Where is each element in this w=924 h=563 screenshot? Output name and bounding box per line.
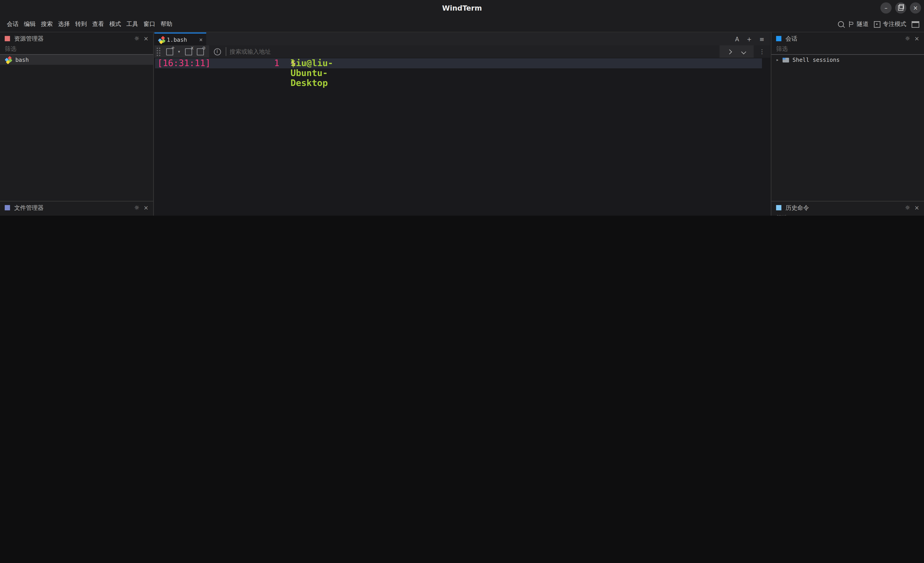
editor-area: 1.bash × A + ≡ + ▾ x o i ⋮ xyxy=(154,33,770,216)
tab-label: 1.bash xyxy=(167,36,187,43)
terminal-main[interactable]: [16:31:11] 1 liu@liu-Ubuntu-Desktop:~$ S… xyxy=(154,58,770,216)
info-icon[interactable]: i xyxy=(214,48,220,55)
menu-item[interactable]: 工具 xyxy=(124,16,141,32)
close-icon[interactable]: × xyxy=(914,205,919,211)
close-icon[interactable]: × xyxy=(914,36,919,42)
close-button[interactable]: × xyxy=(910,2,921,13)
sessions-header: 会话 ☼ × xyxy=(771,33,924,45)
close-icon[interactable]: × xyxy=(144,205,148,211)
new-tab-icon[interactable]: + xyxy=(747,36,752,42)
windterm-window: WindTerm – × 会话编辑搜索选择转到查看模式工具窗口帮助 隧道 专注模… xyxy=(0,0,924,216)
menu-item[interactable]: 帮助 xyxy=(158,16,175,32)
path-row: x ↑ ▾ ↻ ⋮ xyxy=(0,214,153,216)
focus-mode-icon xyxy=(874,21,880,27)
history-title: 历史命令 xyxy=(786,204,901,212)
address-input[interactable] xyxy=(225,47,719,56)
tab-1-bash[interactable]: 1.bash × xyxy=(154,33,206,45)
sessions-filter-input[interactable] xyxy=(771,45,924,55)
file-manager-title: 文件管理器 xyxy=(14,204,130,212)
menu-item[interactable]: 窗口 xyxy=(141,16,158,32)
history-panel-icon xyxy=(776,205,782,210)
menu-item[interactable]: 搜索 xyxy=(38,16,56,32)
window-controls: – × xyxy=(880,2,921,13)
layout-icon[interactable] xyxy=(912,21,919,27)
gear-icon[interactable]: ☼ xyxy=(905,36,910,42)
focus-mode-label: 专注模式 xyxy=(883,20,906,28)
resource-explorer-panel: 资源管理器 ☼ × bash xyxy=(0,33,153,202)
terminal-timestamp: [16:31:11] xyxy=(157,58,210,68)
file-manager-panel: 文件管理器 ☼ × x ↑ ▾ ↻ ⋮ 名称 ▾ 修改时间 xyxy=(0,201,153,216)
menu-item[interactable]: 选择 xyxy=(56,16,73,32)
chevron-down-icon[interactable]: ▾ xyxy=(178,49,180,54)
tunnel-label: 隧道 xyxy=(857,20,868,28)
session-label: bash xyxy=(15,57,29,63)
terminal-current-line: [16:31:11] 1 liu@liu-Ubuntu-Desktop:~$ xyxy=(155,58,762,68)
expand-icon[interactable]: ▸ xyxy=(776,57,779,63)
go-icon[interactable] xyxy=(727,49,732,54)
sessions-title: 会话 xyxy=(786,34,901,43)
gear-icon[interactable]: ☼ xyxy=(134,205,140,211)
history-panel: 历史命令 ☼ × ⋮ ... xyxy=(771,201,924,216)
split-tools: + ▾ x o xyxy=(154,45,209,58)
focus-mode-button[interactable]: 专注模式 xyxy=(874,20,906,28)
editor-tab-bar: 1.bash × A + ≡ xyxy=(154,33,770,45)
history-header: 历史命令 ☼ × xyxy=(771,201,924,214)
minimize-icon: – xyxy=(885,5,888,11)
sessions-panel: 会话 ☼ × ▸ Shell sessions xyxy=(771,33,924,202)
menu-item[interactable]: 编辑 xyxy=(21,16,38,32)
toolbar-menu-icon[interactable]: ⋮ xyxy=(759,48,765,55)
left-dock: 资源管理器 ☼ × bash 文件管理器 ☼ × x ↑ xyxy=(0,33,154,216)
gear-icon[interactable]: ☼ xyxy=(134,36,140,42)
explorer-header: 资源管理器 ☼ × xyxy=(0,33,153,45)
menu-item[interactable]: 转到 xyxy=(72,16,90,32)
explorer-title: 资源管理器 xyxy=(14,34,130,43)
windterm-logo-icon xyxy=(158,36,164,42)
sessions-panel-icon xyxy=(776,36,782,41)
search-icon[interactable] xyxy=(838,21,844,27)
file-manager-panel-icon xyxy=(5,205,10,210)
dropdown-icon[interactable] xyxy=(741,49,746,54)
close-tab-icon[interactable]: × xyxy=(199,36,203,43)
title-bar: WindTerm – × xyxy=(0,0,924,16)
tunnel-icon xyxy=(849,21,855,27)
tree-item-shell-sessions[interactable]: ▸ Shell sessions xyxy=(771,55,924,65)
tab-menu-icon[interactable]: ≡ xyxy=(759,36,764,42)
close-split-icon[interactable]: x xyxy=(185,48,192,55)
window-title: WindTerm xyxy=(0,0,924,16)
menu-bar-right: 隧道 专注模式 xyxy=(838,16,919,32)
address-actions xyxy=(720,45,754,58)
close-icon[interactable]: × xyxy=(144,36,148,42)
explorer-filter-input[interactable] xyxy=(0,45,153,55)
maximize-icon xyxy=(898,5,903,11)
new-window-icon[interactable]: + xyxy=(166,48,173,55)
menu-item[interactable]: 会话 xyxy=(4,16,21,32)
tree-item-label: Shell sessions xyxy=(792,57,840,63)
auto-mode-icon[interactable]: A xyxy=(735,36,739,42)
history-filter-row: ⋮ xyxy=(771,214,924,216)
menu-items: 会话编辑搜索选择转到查看模式工具窗口帮助 xyxy=(0,16,175,32)
restore-split-icon[interactable]: o xyxy=(196,48,204,55)
tunnel-button[interactable]: 隧道 xyxy=(849,20,868,28)
more-dots-icon[interactable]: ⋮ xyxy=(914,215,920,216)
windterm-logo-icon xyxy=(5,56,12,63)
gear-icon[interactable]: ☼ xyxy=(905,205,910,211)
drag-handle[interactable] xyxy=(157,47,160,56)
history-filter-input[interactable] xyxy=(771,214,924,216)
right-dock: 会话 ☼ × ▸ Shell sessions 历史命令 ☼ × ⋮ xyxy=(771,33,924,216)
close-icon: × xyxy=(913,5,918,11)
file-manager-header: 文件管理器 ☼ × xyxy=(0,201,153,214)
address-toolbar: + ▾ x o i ⋮ xyxy=(154,45,770,58)
folder-icon xyxy=(783,57,789,62)
terminal-line-number: 1 xyxy=(274,58,279,68)
explorer-panel-icon xyxy=(5,36,10,41)
maximize-button[interactable] xyxy=(895,2,906,13)
tab-bar-actions: A + ≡ xyxy=(735,33,770,45)
menu-bar: 会话编辑搜索选择转到查看模式工具窗口帮助 隧道 专注模式 xyxy=(0,16,924,33)
menu-item[interactable]: 查看 xyxy=(90,16,107,32)
session-item-bash[interactable]: bash xyxy=(0,55,153,65)
menu-item[interactable]: 模式 xyxy=(107,16,124,32)
minimize-button[interactable]: – xyxy=(880,2,892,13)
